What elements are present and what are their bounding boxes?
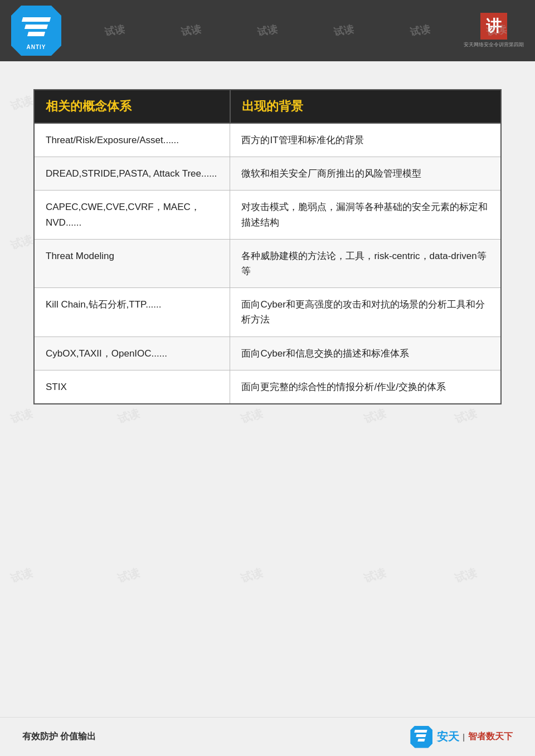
footer-slogan: 有效防护 价值输出 — [22, 731, 96, 743]
wm-3: 试读 — [180, 22, 202, 39]
footer-stripe-2 — [416, 734, 426, 737]
col-header-right: 出现的背景 — [230, 90, 501, 123]
table-row-1: DREAD,STRIDE,PASTA, Attack Tree......微软和… — [34, 157, 501, 191]
cell-left-1: DREAD,STRIDE,PASTA, Attack Tree...... — [34, 157, 230, 191]
table-row-3: Threat Modeling各种威胁建模的方法论，工具，risk-centri… — [34, 239, 501, 287]
wm-2: 试读 — [104, 22, 126, 39]
cell-right-4: 面向Cyber和更高强度的攻击和对抗的场景的分析工具和分析方法 — [230, 288, 501, 336]
header-right: 讲 安天网络安全令训营第四期 — [464, 13, 524, 48]
body-wm-18: 试读 — [239, 565, 265, 587]
cell-left-0: Threat/Risk/Exposure/Asset...... — [34, 123, 230, 157]
cell-left-5: CybOX,TAXII，OpenIOC...... — [34, 336, 230, 370]
cell-right-3: 各种威胁建模的方法论，工具，risk-centric，data-driven等等 — [230, 239, 501, 287]
cell-left-4: Kill Chain,钻石分析,TTP...... — [34, 288, 230, 336]
body-wm-19: 试读 — [362, 565, 388, 587]
footer-brand-sub: 智者数天下 — [468, 731, 513, 743]
footer-logo-stripes — [415, 730, 429, 744]
table-row-0: Threat/Risk/Exposure/Asset......西方的IT管理和… — [34, 123, 501, 157]
footer-brand-name: 安天 — [437, 729, 459, 744]
cell-left-3: Threat Modeling — [34, 239, 230, 287]
wm-6: 试读 — [409, 22, 431, 39]
logo-stripe-2 — [25, 25, 48, 29]
cell-right-5: 面向Cyber和信息交换的描述和标准体系 — [230, 336, 501, 370]
table-row-2: CAPEC,CWE,CVE,CVRF，MAEC，NVD......对攻击模式，脆… — [34, 191, 501, 239]
body-wm-20: 试读 — [453, 565, 479, 587]
concept-table: 相关的概念体系 出现的背景 Threat/Risk/Exposure/Asset… — [33, 89, 502, 404]
logo-antiy-text: ANTIY — [27, 44, 46, 50]
footer-divider: | — [463, 733, 465, 742]
logo-stripes — [20, 12, 53, 42]
wm-4: 试读 — [256, 22, 279, 39]
footer-logo-icon — [410, 726, 432, 748]
table-row-5: CybOX,TAXII，OpenIOC......面向Cyber和信息交换的描述… — [34, 336, 501, 370]
header-watermarks: 试读 试读 试读 试读 试读 试读 试读 — [0, 0, 535, 61]
footer-stripe-3 — [417, 739, 425, 742]
footer-brand: 安天 | 智者数天下 — [410, 726, 513, 748]
body-wm-16: 试读 — [9, 565, 35, 587]
cell-right-1: 微软和相关安全厂商所推出的风险管理模型 — [230, 157, 501, 191]
logo-stripe-1 — [22, 17, 51, 22]
footer: 有效防护 价值输出 安天 | 智者数天下 — [0, 717, 535, 756]
cell-right-6: 面向更完整的综合性的情报分析/作业/交换的体系 — [230, 370, 501, 404]
antiy-logo: ANTIY — [11, 6, 61, 56]
header: 试读 试读 试读 试读 试读 试读 试读 ANTIY 讲 安天网络安全令训营第四… — [0, 0, 535, 61]
cell-left-6: STIX — [34, 370, 230, 404]
main-content: 相关的概念体系 出现的背景 Threat/Risk/Exposure/Asset… — [0, 61, 535, 427]
footer-stripe-1 — [414, 730, 427, 733]
body-wm-17: 试读 — [116, 565, 142, 587]
col-header-left: 相关的概念体系 — [34, 90, 230, 123]
cell-left-2: CAPEC,CWE,CVE,CVRF，MAEC，NVD...... — [34, 191, 230, 239]
wm-5: 试读 — [333, 22, 355, 39]
table-row-6: STIX面向更完整的综合性的情报分析/作业/交换的体系 — [34, 370, 501, 404]
header-badge: 讲 — [480, 13, 507, 40]
header-sub-text: 安天网络安全令训营第四期 — [464, 41, 524, 48]
cell-right-2: 对攻击模式，脆弱点，漏洞等各种基础的安全元素的标定和描述结构 — [230, 191, 501, 239]
logo-stripe-3 — [27, 32, 45, 36]
table-row-4: Kill Chain,钻石分析,TTP......面向Cyber和更高强度的攻击… — [34, 288, 501, 336]
cell-right-0: 西方的IT管理和标准化的背景 — [230, 123, 501, 157]
